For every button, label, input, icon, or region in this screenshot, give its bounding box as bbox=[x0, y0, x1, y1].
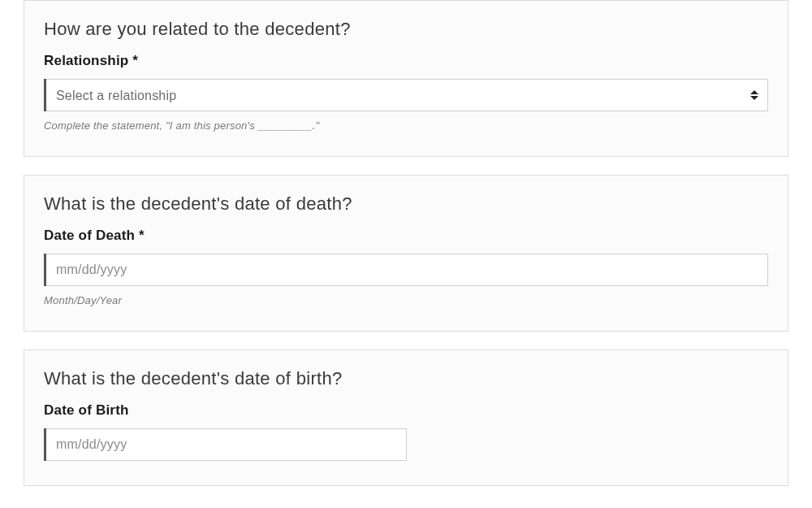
date-of-death-input-wrap bbox=[44, 254, 768, 286]
date-of-birth-section: What is the decedent's date of birth? Da… bbox=[24, 350, 788, 486]
relationship-label: Relationship * bbox=[44, 53, 768, 69]
date-of-birth-input-wrap bbox=[44, 428, 407, 461]
date-of-death-help: Month/Day/Year bbox=[44, 294, 768, 306]
date-of-death-label: Date of Death * bbox=[44, 228, 768, 244]
relationship-section: How are you related to the decedent? Rel… bbox=[24, 0, 788, 157]
date-of-death-section: What is the decedent's date of death? Da… bbox=[24, 175, 788, 332]
relationship-help: Complete the statement, "I am this perso… bbox=[44, 119, 768, 132]
date-of-birth-label: Date of Birth bbox=[44, 402, 768, 419]
relationship-select[interactable]: Select a relationship bbox=[46, 79, 768, 111]
date-of-birth-heading: What is the decedent's date of birth? bbox=[44, 368, 768, 389]
date-of-death-heading: What is the decedent's date of death? bbox=[44, 193, 768, 215]
relationship-heading: How are you related to the decedent? bbox=[44, 19, 768, 40]
relationship-input-wrap: Select a relationship bbox=[44, 79, 768, 111]
date-of-birth-input[interactable] bbox=[46, 428, 407, 461]
date-of-death-input[interactable] bbox=[46, 254, 768, 286]
